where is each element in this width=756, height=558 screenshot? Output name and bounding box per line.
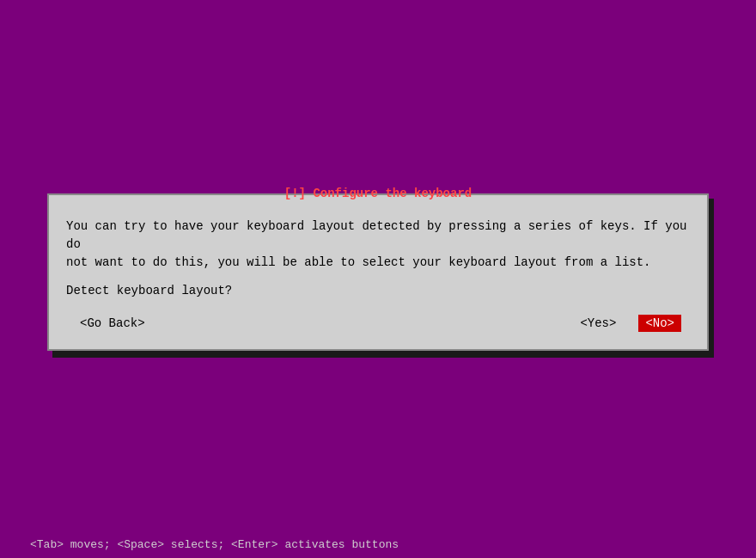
dialog: [!] Configure the keyboard You can try t… bbox=[47, 193, 709, 351]
status-bar: <Tab> moves; <Space> selects; <Enter> ac… bbox=[0, 531, 756, 558]
title-line-right bbox=[479, 193, 690, 194]
status-text: <Tab> moves; <Space> selects; <Enter> ac… bbox=[30, 538, 399, 551]
title-line-left bbox=[66, 193, 277, 194]
go-back-button[interactable]: <Go Back> bbox=[75, 315, 150, 332]
yes-button[interactable]: <Yes> bbox=[575, 315, 621, 332]
dialog-title: [!] Configure the keyboard bbox=[277, 187, 479, 200]
body-line2: not want to do this, you will be able to… bbox=[66, 255, 651, 269]
dialog-title-bar: [!] Configure the keyboard bbox=[66, 187, 690, 200]
right-buttons: <Yes> <No> bbox=[575, 315, 681, 332]
dialog-question: Detect keyboard layout? bbox=[66, 284, 690, 297]
no-button[interactable]: <No> bbox=[638, 315, 681, 332]
body-line1: You can try to have your keyboard layout… bbox=[66, 219, 687, 251]
dialog-content: You can try to have your keyboard layout… bbox=[49, 209, 707, 349]
dialog-buttons: <Go Back> <Yes> <No> bbox=[66, 315, 690, 332]
dialog-body: You can try to have your keyboard layout… bbox=[66, 218, 690, 272]
screen: [!] Configure the keyboard You can try t… bbox=[0, 0, 756, 558]
